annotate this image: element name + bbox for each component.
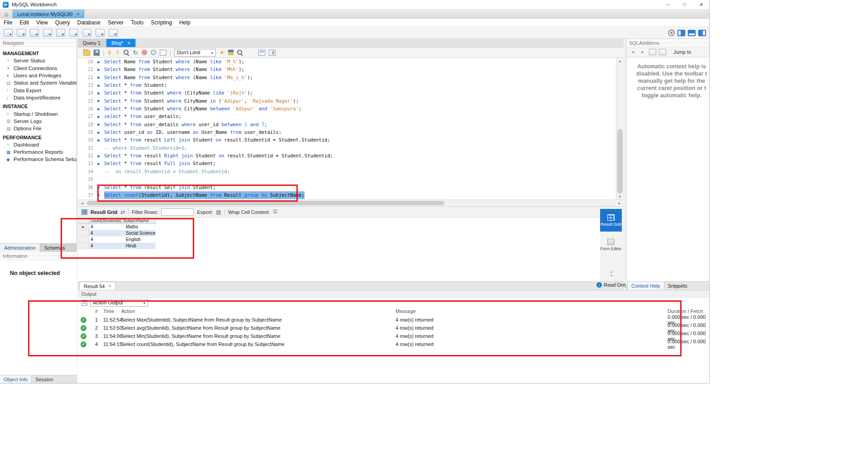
- refresh-icon[interactable]: [120, 209, 125, 215]
- row-selector[interactable]: ▶: [78, 224, 89, 230]
- jump-to-button[interactable]: Jump to: [673, 49, 691, 55]
- close-icon[interactable]: ×: [108, 284, 111, 289]
- editor-tab-query-1[interactable]: Query 1: [78, 39, 106, 47]
- code-line-29[interactable]: 29Select user_id as ID, username as User…: [78, 128, 616, 136]
- create-procedure-icon[interactable]: [82, 29, 91, 37]
- table-row[interactable]: 4Social Science: [78, 230, 600, 237]
- code-line-27[interactable]: 27select * from user_details;: [78, 113, 616, 120]
- open-script-icon[interactable]: [30, 29, 39, 37]
- row-selector[interactable]: [78, 230, 89, 237]
- editor-horizontal-scrollbar[interactable]: ◄ ►: [78, 199, 624, 207]
- menu-database[interactable]: Database: [74, 19, 104, 26]
- menu-scripting[interactable]: Scripting: [147, 19, 176, 26]
- sidebar-item-server-status[interactable]: ◔Server Status: [0, 57, 76, 64]
- sidebar-item-server-logs[interactable]: ▥Server Logs: [0, 118, 76, 125]
- editor-tab-blog[interactable]: Blog*×: [106, 39, 136, 47]
- code-line-21[interactable]: 21Select Name from Student where (Name l…: [78, 66, 616, 73]
- menu-help[interactable]: Help: [176, 19, 194, 26]
- code-line-35[interactable]: 35: [78, 175, 616, 183]
- grid-cell[interactable]: 4: [89, 237, 122, 243]
- create-function-icon[interactable]: [95, 29, 105, 37]
- menu-view[interactable]: View: [33, 19, 52, 26]
- new-sql-tab-icon[interactable]: [17, 29, 26, 37]
- save-icon[interactable]: [94, 50, 100, 56]
- tab-session[interactable]: Session: [32, 375, 57, 384]
- home-icon[interactable]: ⌂: [0, 9, 13, 18]
- code-line-24[interactable]: 24Select * from Student where (CityName …: [78, 89, 616, 97]
- sidebar-item-dashboard[interactable]: ◔Dashboard: [0, 141, 76, 148]
- execute-icon[interactable]: [107, 49, 112, 56]
- find-icon[interactable]: [237, 50, 243, 56]
- output-row[interactable]: ✓211:53:50Select avg(Studentid), Subject…: [78, 322, 710, 331]
- output-row[interactable]: ✓411:54:15Select count(Studentid), Subje…: [78, 339, 710, 347]
- create-view-icon[interactable]: [69, 29, 78, 37]
- row-selector[interactable]: [78, 237, 89, 243]
- table-row[interactable]: ▶4Maths: [78, 224, 600, 230]
- new-connection-icon[interactable]: [4, 29, 13, 37]
- menu-edit[interactable]: Edit: [16, 19, 33, 26]
- code-line-25[interactable]: 25Select * from Student where CityName i…: [78, 97, 616, 105]
- panel-layout-icon[interactable]: [269, 50, 276, 56]
- scroll-left-icon[interactable]: ◄: [79, 200, 86, 206]
- grid-cell[interactable]: Social Science: [122, 230, 156, 237]
- stop-icon[interactable]: [142, 50, 147, 55]
- connection-tab[interactable]: Local instance MySQL80 ×: [13, 9, 84, 18]
- code-line-26[interactable]: 26Select * from Student where CityName b…: [78, 105, 616, 113]
- column-header-subjectname[interactable]: SubjectName: [122, 218, 156, 224]
- execute-current-icon[interactable]: [115, 49, 120, 56]
- tab-context-help[interactable]: Context Help: [627, 282, 664, 290]
- code-line-22[interactable]: 22Select Name from Student where (Name l…: [78, 74, 616, 81]
- code-line-34[interactable]: 34-- on result.Studentid = Student.Stude…: [78, 168, 616, 175]
- output-row[interactable]: ✓111:52:54Select Max(Studentid), Subject…: [78, 314, 710, 322]
- grid-cell[interactable]: Maths: [122, 224, 156, 230]
- code-line-36[interactable]: 36Select * from result Self join Student…: [78, 184, 616, 191]
- tab-schemas[interactable]: Schemas: [40, 244, 69, 252]
- wrap-content-icon[interactable]: IA: [273, 210, 277, 214]
- code-line-23[interactable]: 23Select * from Student;: [78, 81, 616, 89]
- open-file-icon[interactable]: [83, 51, 90, 56]
- filter-rows-input[interactable]: [161, 208, 194, 216]
- sidebar-item-users-and-privileges[interactable]: ●Users and Privileges: [0, 72, 76, 79]
- manual-help-icon[interactable]: [659, 49, 666, 55]
- panel-right-toggle-icon[interactable]: [698, 30, 706, 36]
- close-icon[interactable]: ×: [76, 11, 79, 17]
- create-schema-icon[interactable]: [43, 29, 52, 37]
- code-line-33[interactable]: 33Select * from result Full join Student…: [78, 160, 616, 167]
- panel-bottom-toggle-icon[interactable]: [688, 30, 696, 36]
- side-button-form-editor[interactable]: Form Editor: [600, 233, 622, 256]
- menu-server[interactable]: Server: [104, 19, 127, 26]
- tab-result-54[interactable]: Result 54 ×: [79, 282, 115, 290]
- code-line-28[interactable]: 28Select * from user_details where user_…: [78, 121, 616, 128]
- grid-cell[interactable]: 4: [89, 224, 122, 230]
- code-line-31[interactable]: 31-- where Student.Studentid=1;: [78, 144, 616, 152]
- menu-query[interactable]: Query: [52, 19, 74, 26]
- search-icon[interactable]: [109, 29, 118, 37]
- beautify-icon[interactable]: [219, 50, 224, 55]
- grid-cell[interactable]: 4: [89, 243, 122, 249]
- grid-cell[interactable]: English: [122, 237, 156, 243]
- explain-icon[interactable]: [124, 50, 129, 56]
- back-arrow-icon[interactable]: ◄: [629, 50, 636, 54]
- collapse-chevrons-icon[interactable]: ▲▼: [607, 270, 616, 278]
- side-button-result-grid[interactable]: Result Grid: [600, 209, 622, 232]
- code-line-32[interactable]: 32Select * from result Right join Studen…: [78, 152, 616, 160]
- context-help-icon[interactable]: [649, 49, 656, 55]
- minimize-button[interactable]: ─: [659, 0, 676, 9]
- limit-dropdown[interactable]: Don't Limit: [174, 49, 216, 57]
- editor-vertical-scrollbar[interactable]: ▲ ▼: [616, 58, 624, 199]
- menu-file[interactable]: File: [0, 19, 16, 26]
- reconnect-icon[interactable]: [133, 50, 138, 56]
- forward-arrow-icon[interactable]: ►: [639, 50, 646, 54]
- panel-left-toggle-icon[interactable]: [677, 30, 685, 36]
- code-line-30[interactable]: 30Select * from result Left join Student…: [78, 136, 616, 144]
- code-line-20[interactable]: 20Select Name from Student where (Name l…: [78, 58, 616, 66]
- column-header-count-studentid[interactable]: count(Studentid): [89, 218, 122, 224]
- scrollbar-thumb[interactable]: [87, 201, 444, 205]
- sidebar-item-performance-reports[interactable]: ▦Performance Reports: [0, 148, 76, 156]
- row-selector[interactable]: [78, 243, 89, 249]
- sidebar-item-performance-schema-setup[interactable]: ◆Performance Schema Setup: [0, 156, 76, 163]
- tab-administration[interactable]: Administration: [0, 244, 40, 252]
- output-type-dropdown[interactable]: Action Output: [90, 299, 148, 307]
- sidebar-item-client-connections[interactable]: ◑Client Connections: [0, 64, 76, 71]
- clean-icon[interactable]: [228, 50, 234, 55]
